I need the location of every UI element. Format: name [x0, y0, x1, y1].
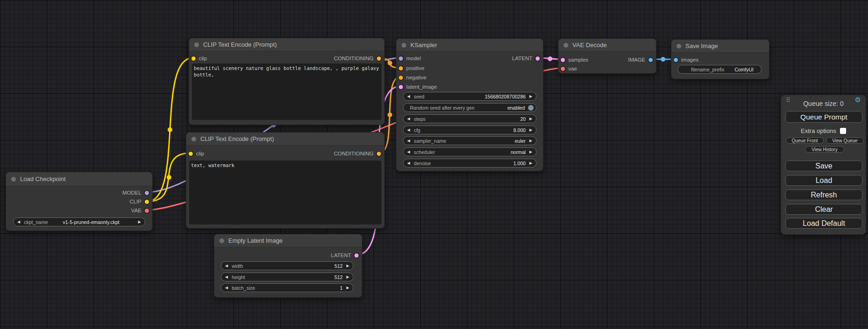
collapse-dot-icon[interactable] [219, 238, 224, 243]
input-slot-clip[interactable]: clip [189, 150, 204, 157]
node-save-image[interactable]: Save Image images filename_prefix ComfyU… [671, 39, 769, 79]
node-ksampler[interactable]: KSampler model positive negative latent_… [396, 38, 543, 171]
input-slot-latent-image[interactable]: latent_image [399, 83, 437, 91]
conditioning-port-icon[interactable] [377, 56, 381, 61]
scheduler-widget[interactable]: ◀ scheduler normal ▶ [403, 147, 536, 156]
output-slot-conditioning[interactable]: CONDITIONING [334, 150, 381, 157]
queue-panel[interactable]: ⠿ Queue size: 0 ⚙ Queue Prompt Extra opt… [781, 95, 866, 235]
seed-widget[interactable]: ◀ seed 156680208700286 ▶ [403, 92, 536, 101]
collapse-dot-icon[interactable] [11, 177, 16, 182]
filename-prefix-widget[interactable]: filename_prefix ComfyUI [677, 65, 762, 74]
height-widget[interactable]: ◀ height 512 ▶ [221, 273, 353, 281]
decrement-arrow-icon[interactable]: ◀ [403, 117, 414, 121]
collapse-dot-icon[interactable] [191, 137, 196, 141]
refresh-button[interactable]: Refresh [785, 189, 862, 200]
load-button[interactable]: Load [785, 175, 862, 186]
clip-port-icon[interactable] [189, 152, 193, 156]
input-slot-images[interactable]: images [674, 56, 699, 63]
output-slot-clip[interactable]: CLIP [129, 198, 149, 205]
increment-arrow-icon[interactable]: ▶ [526, 128, 536, 132]
decrement-arrow-icon[interactable]: ◀ [403, 139, 414, 143]
batch-size-widget[interactable]: ◀ batch_size 1 ▶ [221, 283, 353, 292]
positive-prompt-textarea[interactable]: beautiful scenery nature glass bottle la… [192, 63, 381, 120]
input-slot-clip[interactable]: clip [191, 55, 207, 62]
node-clip-text-encode-positive[interactable]: CLIP Text Encode (Prompt) clip CONDITION… [189, 38, 385, 125]
input-slot-negative[interactable]: negative [399, 74, 426, 81]
comfyui-canvas[interactable]: { "colors": { "model": "#B39DDB", "clip"… [0, 0, 868, 329]
node-vae-decode[interactable]: VAE Decode samples vae IMAGE [558, 38, 656, 74]
collapse-dot-icon[interactable] [677, 44, 681, 49]
node-title-bar[interactable]: KSampler [396, 39, 543, 52]
node-title-bar[interactable]: Empty Latent Image [214, 234, 362, 247]
increment-arrow-icon[interactable]: ▶ [526, 161, 536, 165]
collapse-dot-icon[interactable] [194, 42, 199, 47]
collapse-dot-icon[interactable] [402, 43, 406, 48]
node-title-bar[interactable]: CLIP Text Encode (Prompt) [189, 38, 384, 51]
node-empty-latent-image[interactable]: Empty Latent Image LATENT ◀ width 512 ▶ … [214, 234, 362, 298]
output-slot-vae[interactable]: VAE [131, 207, 149, 214]
latent-port-icon[interactable] [536, 56, 540, 61]
width-widget[interactable]: ◀ width 512 ▶ [221, 261, 353, 270]
model-port-icon[interactable] [145, 191, 149, 195]
input-slot-positive[interactable]: positive [399, 64, 424, 72]
decrement-arrow-icon[interactable]: ◀ [403, 161, 414, 165]
increment-arrow-icon[interactable]: ▶ [343, 286, 353, 290]
increment-arrow-icon[interactable]: ▶ [134, 220, 145, 224]
decrement-arrow-icon[interactable]: ◀ [221, 264, 232, 268]
vae-port-icon[interactable] [145, 209, 149, 213]
sampler-name-widget[interactable]: ◀ sampler_name euler ▶ [403, 136, 536, 145]
conditioning-port-icon[interactable] [399, 66, 403, 70]
node-title-bar[interactable]: Load Checkpoint [6, 172, 152, 186]
collapse-dot-icon[interactable] [564, 43, 568, 48]
load-default-button[interactable]: Load Default [785, 218, 862, 229]
decrement-arrow-icon[interactable]: ◀ [403, 150, 414, 154]
increment-arrow-icon[interactable]: ▶ [526, 139, 536, 143]
latent-port-icon[interactable] [399, 85, 403, 89]
decrement-arrow-icon[interactable]: ◀ [221, 286, 232, 290]
increment-arrow-icon[interactable]: ▶ [343, 264, 353, 268]
extra-options-checkbox[interactable] [840, 128, 846, 134]
ckpt-name-widget[interactable]: ◀ ckpt_name v1-5-pruned-emaonly.ckpt ▶ [13, 217, 145, 226]
output-slot-latent[interactable]: LATENT [512, 55, 540, 62]
image-port-icon[interactable] [674, 58, 678, 62]
conditioning-port-icon[interactable] [399, 76, 403, 80]
negative-prompt-textarea[interactable]: text, watermark [189, 161, 381, 224]
clip-port-icon[interactable] [145, 200, 149, 204]
output-slot-conditioning[interactable]: CONDITIONING [334, 55, 381, 62]
node-title-bar[interactable]: CLIP Text Encode (Prompt) [186, 133, 384, 146]
node-title-bar[interactable]: VAE Decode [558, 39, 656, 52]
steps-widget[interactable]: ◀ steps 20 ▶ [403, 114, 536, 123]
latent-port-icon[interactable] [354, 253, 359, 258]
output-slot-latent[interactable]: LATENT [331, 252, 359, 259]
clip-port-icon[interactable] [191, 56, 196, 61]
input-slot-vae[interactable]: vae [561, 65, 577, 72]
vae-port-icon[interactable] [561, 67, 565, 71]
increment-arrow-icon[interactable]: ▶ [526, 117, 536, 121]
node-clip-text-encode-negative[interactable]: CLIP Text Encode (Prompt) clip CONDITION… [186, 132, 385, 229]
view-history-button[interactable]: View History [805, 146, 844, 153]
input-slot-model[interactable]: model [399, 55, 421, 62]
output-slot-model[interactable]: MODEL [122, 189, 149, 196]
node-load-checkpoint[interactable]: Load Checkpoint MODEL CLIP VAE ◀ ckpt_na… [6, 172, 153, 231]
node-title-bar[interactable]: Save Image [671, 40, 769, 53]
latent-port-icon[interactable] [561, 58, 565, 62]
save-button[interactable]: Save [785, 161, 862, 171]
decrement-arrow-icon[interactable]: ◀ [403, 95, 414, 98]
queue-prompt-button[interactable]: Queue Prompt [785, 111, 862, 123]
output-slot-image[interactable]: IMAGE [628, 56, 653, 63]
cfg-widget[interactable]: ◀ cfg 8.000 ▶ [403, 126, 536, 134]
clear-button[interactable]: Clear [785, 204, 862, 215]
view-queue-button[interactable]: View Queue [826, 137, 864, 144]
increment-arrow-icon[interactable]: ▶ [343, 275, 353, 279]
model-port-icon[interactable] [399, 56, 403, 61]
denoise-widget[interactable]: ◀ denoise 1.000 ▶ [403, 159, 536, 168]
settings-gear-icon[interactable]: ⚙ [855, 96, 861, 104]
conditioning-port-icon[interactable] [377, 152, 381, 156]
decrement-arrow-icon[interactable]: ◀ [403, 128, 414, 132]
toggle-dot-icon[interactable] [528, 105, 534, 111]
random-seed-toggle-widget[interactable]: Random seed after every gen enabled [403, 103, 536, 112]
input-slot-samples[interactable]: samples [561, 56, 588, 63]
decrement-arrow-icon[interactable]: ◀ [221, 275, 232, 279]
queue-front-button[interactable]: Queue Front [786, 137, 824, 144]
increment-arrow-icon[interactable]: ▶ [526, 95, 536, 98]
